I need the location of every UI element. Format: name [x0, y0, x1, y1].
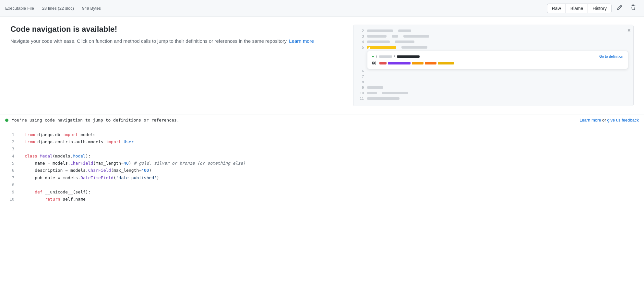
banner-description: Navigate your code with ease. Click on f…	[10, 38, 343, 45]
line-code: def __unicode__(self):	[19, 189, 96, 196]
info-bar-text: You're using code navigation to jump to …	[12, 118, 579, 122]
edit-button[interactable]	[614, 3, 625, 14]
line-number: 10	[0, 196, 19, 203]
code-line-6: 6 description = models.CharField(max_len…	[0, 167, 644, 174]
code-line-7: 7 pub_date = models.DateTimeField('date …	[0, 174, 644, 181]
code-view: 1 from django.db import models 2 from dj…	[0, 126, 644, 208]
preview-line-2: 2	[359, 29, 628, 33]
feedback-link[interactable]: give us feedback	[607, 118, 639, 122]
status-dot	[5, 119, 8, 122]
code-line-5: 5 name = models.CharField(max_length=40)…	[0, 160, 644, 167]
preview-tooltip: ● / / Go to definition 66	[367, 51, 628, 69]
file-size: 949 Bytes	[78, 6, 105, 11]
file-toolbar: Executable File 28 lines (22 sloc) 949 B…	[0, 0, 644, 17]
info-bar-links: Learn more or give us feedback	[579, 118, 639, 122]
line-code	[19, 146, 32, 153]
line-code: from django.contrib.auth.models import U…	[19, 138, 139, 146]
banner-content: Code navigation is available! Navigate y…	[10, 25, 353, 45]
code-line-4: 4 class Medal(models.Model):	[0, 153, 644, 160]
line-number: 8	[0, 182, 19, 188]
learn-more-link-bar[interactable]: Learn more	[579, 118, 601, 122]
code-line-8: 8	[0, 181, 644, 189]
line-number: 3	[0, 146, 19, 152]
line-code: return self.name	[19, 196, 91, 203]
code-nav-banner: Code navigation is available! Navigate y…	[0, 17, 644, 114]
line-number: 4	[0, 153, 19, 159]
file-type: Executable File	[5, 6, 38, 11]
raw-button[interactable]: Raw	[547, 4, 566, 13]
code-line-1: 1 from django.db import models	[0, 131, 644, 138]
preview-line-10: 10	[359, 91, 628, 95]
blame-button[interactable]: Blame	[566, 4, 588, 13]
pencil-icon	[617, 5, 623, 10]
code-line-10: 10 return self.name	[0, 196, 644, 203]
code-line-3: 3	[0, 146, 644, 153]
preview-line-9: 9	[359, 86, 628, 89]
preview-panel: × 2 3 4 5	[353, 25, 634, 106]
banner-title: Code navigation is available!	[10, 25, 343, 34]
preview-line-5: 5	[359, 45, 628, 49]
trash-icon	[630, 5, 636, 10]
code-nav-info-bar: You're using code navigation to jump to …	[0, 114, 644, 126]
file-meta: Executable File 28 lines (22 sloc) 949 B…	[5, 6, 542, 11]
close-banner-button[interactable]: ×	[627, 28, 631, 33]
history-button[interactable]: History	[588, 4, 612, 13]
preview-line-11: 11	[359, 97, 628, 100]
code-line-2: 2 from django.contrib.auth.models import…	[0, 138, 644, 146]
toolbar-actions: Raw Blame History	[547, 3, 639, 14]
preview-line-3: 3	[359, 34, 628, 38]
preview-line-7: 7	[359, 75, 628, 78]
line-code: pub_date = models.DateTimeField('date pu…	[19, 174, 164, 181]
code-line-9: 9 def __unicode__(self):	[0, 189, 644, 196]
file-lines: 28 lines (22 sloc)	[38, 6, 78, 11]
line-code	[19, 181, 32, 189]
preview-line-4: 4	[359, 40, 628, 44]
learn-more-link[interactable]: Learn more	[289, 38, 314, 44]
line-code: description = models.CharField(max_lengt…	[19, 167, 157, 174]
line-number: 6	[0, 167, 19, 174]
preview-line-8: 8	[359, 80, 628, 84]
preview-code-lines: 2 3 4 5	[359, 29, 628, 100]
line-number: 9	[0, 189, 19, 195]
line-number: 1	[0, 132, 19, 138]
line-code: class Medal(models.Model):	[19, 153, 96, 160]
line-number: 2	[0, 139, 19, 145]
line-number: 5	[0, 160, 19, 167]
delete-button[interactable]	[628, 3, 639, 14]
line-code: name = models.CharField(max_length=40) #…	[19, 160, 251, 167]
go-to-definition-link[interactable]: Go to definition	[599, 54, 623, 58]
line-code: from django.db import models	[19, 131, 101, 138]
line-number: 7	[0, 175, 19, 181]
preview-line-6: 6	[359, 69, 628, 73]
